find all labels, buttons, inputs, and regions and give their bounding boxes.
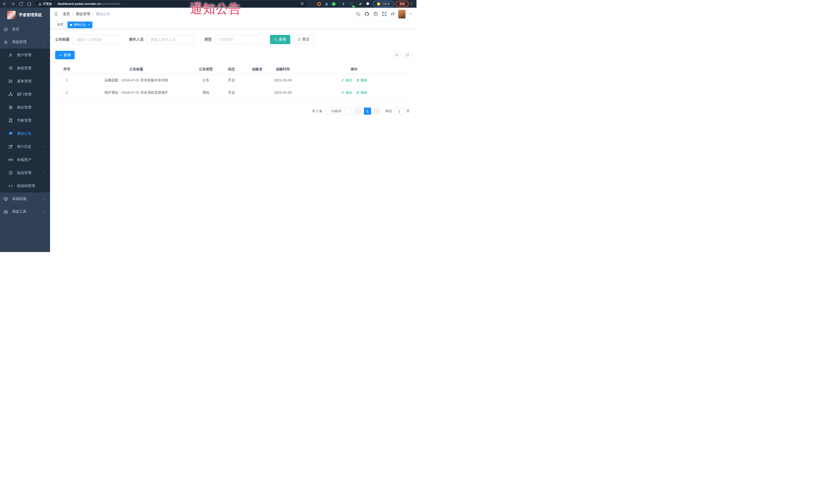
github-icon[interactable] [364, 11, 369, 17]
security-warning-label: 不安全 [43, 2, 52, 6]
extension-blue-drop-icon[interactable] [324, 1, 329, 7]
sidebar-item-label: 通知公告 [17, 131, 31, 136]
sidebar: 芋道管理系统 首页 系统管理 用户管理 [0, 8, 50, 252]
search-icon [274, 38, 278, 41]
sidebar-item-error-codes[interactable]: 错误码管理 [0, 179, 50, 192]
breadcrumb-system[interactable]: 系统管理 [76, 12, 90, 17]
tag-close-icon[interactable]: × [88, 23, 90, 26]
sidebar-item-posts[interactable]: 岗位管理 [0, 101, 50, 114]
sidebar-item-label: 部门管理 [17, 92, 31, 97]
add-button[interactable]: 新增 [55, 51, 75, 59]
search-form: 公告标题 操作人员 类型 公告类型 搜索 [55, 35, 411, 44]
hamburger-icon[interactable] [54, 12, 59, 16]
chevron-right-icon [376, 110, 379, 113]
sidebar-item-roles[interactable]: 角色管理 [0, 62, 50, 75]
fullscreen-icon[interactable] [382, 11, 387, 17]
refresh-table-button[interactable] [403, 51, 411, 59]
edit-button[interactable]: 修改 [341, 90, 352, 95]
sidebar-item-online-users[interactable]: 在线用户 [0, 153, 50, 166]
prev-page-button[interactable] [354, 107, 361, 115]
cell-no: 1 [55, 78, 78, 82]
app-logo-row[interactable]: 芋道管理系统 [0, 8, 50, 22]
notice-table: 序号 公告标题 公告类型 状态 创建者 创建时间 操作 1 温馨提醒：2018-… [55, 65, 411, 99]
pencil-icon [341, 78, 344, 82]
roles-icon [8, 66, 13, 70]
tag-notice[interactable]: 通知公告 × [68, 22, 92, 28]
caret-down-icon[interactable] [409, 13, 412, 16]
page-size-select[interactable]: 10条/页 [326, 107, 352, 115]
sidebar-item-system[interactable]: 系统管理 [0, 36, 50, 48]
column-header: 公告标题 [78, 67, 194, 72]
active-tag-dot [70, 24, 72, 26]
page-number-1[interactable]: 1 [364, 107, 371, 115]
security-warning[interactable]: 不安全 [38, 2, 52, 6]
search-button[interactable]: 搜索 [270, 35, 290, 44]
column-header: 操作 [297, 67, 411, 72]
cell-created: 2021-01-05 [269, 91, 297, 94]
home-icon[interactable] [27, 1, 32, 6]
forward-icon[interactable] [10, 1, 16, 6]
paused-badge[interactable]: 已暂停 [373, 1, 394, 7]
page-size-value: 10条/页 [331, 109, 342, 114]
delete-button[interactable]: 删除 [356, 78, 367, 82]
extensions-puzzle-icon[interactable] [365, 1, 371, 7]
main-area: 首页 / 系统管理 / 通知公告 ᴛT [50, 8, 416, 252]
notice-title-input[interactable] [73, 35, 120, 44]
reload-icon[interactable] [19, 1, 24, 6]
select-placeholder: 公告类型 [219, 37, 233, 42]
extension-orange-ring-icon[interactable] [316, 1, 322, 7]
app-logo-image [7, 11, 16, 19]
warning-triangle-icon [38, 2, 42, 6]
delete-button[interactable]: 删除 [356, 90, 367, 95]
avatar[interactable] [398, 10, 405, 19]
bookmark-star-icon[interactable] [300, 2, 304, 6]
code-icon [8, 184, 13, 188]
chevron-down-icon [42, 145, 45, 148]
header-search-icon[interactable] [356, 11, 361, 17]
sidebar-item-dictionary[interactable]: 字典管理 [0, 114, 50, 127]
help-icon[interactable] [373, 11, 378, 17]
tags-bar: 首页 通知公告 × [50, 21, 416, 29]
annotation-overlay: 通知公告 [190, 1, 241, 18]
refresh-icon [406, 53, 409, 57]
back-icon[interactable] [2, 1, 7, 6]
breadcrumb: 首页 / 系统管理 / 通知公告 [63, 12, 110, 17]
toggle-search-button[interactable] [393, 51, 401, 59]
browser-menu-icon[interactable] [411, 2, 412, 6]
extension-gem-icon[interactable] [340, 1, 346, 7]
reset-button[interactable]: 重置 [293, 35, 314, 44]
sidebar-item-label: 字典管理 [17, 118, 31, 123]
sidebar-item-departments[interactable]: 部门管理 [0, 88, 50, 101]
notice-type-select[interactable]: 公告类型 [215, 35, 263, 44]
tag-home[interactable]: 首页 [55, 22, 66, 28]
chevron-down-icon [42, 198, 45, 200]
breadcrumb-home[interactable]: 首页 [63, 12, 70, 17]
font-size-icon[interactable]: ᴛT [390, 12, 395, 16]
extension-green-circle-icon[interactable] [331, 1, 336, 7]
sidebar-item-infrastructure[interactable]: 基础设施 [0, 192, 50, 205]
plus-icon [59, 54, 62, 57]
sidebar-item-label: 审计日志 [17, 144, 31, 149]
operator-input[interactable] [147, 35, 194, 44]
sidebar-item-menus[interactable]: 菜单管理 [0, 75, 50, 88]
add-button-label: 新增 [64, 53, 71, 57]
page-content: 公告标题 操作人员 类型 公告类型 搜索 [50, 29, 416, 115]
update-button[interactable]: 更新 [396, 1, 409, 7]
edit-button[interactable]: 修改 [341, 78, 352, 82]
audit-log-icon [8, 144, 13, 149]
next-page-button[interactable] [374, 107, 381, 115]
address-bar[interactable]: 不安全 dashboard.yudao.iocoder.cn /system/n… [35, 1, 307, 7]
goto-page-input[interactable] [394, 107, 404, 115]
emoji-face-icon [377, 2, 380, 6]
sidebar-item-dev-tools[interactable]: 研发工具 [0, 205, 50, 218]
sidebar-item-home[interactable]: 首页 [0, 23, 50, 36]
sidebar-item-sms[interactable]: 短信管理 [0, 166, 50, 179]
extension-leaf-icon[interactable] [357, 1, 363, 7]
sidebar-item-users[interactable]: 用户管理 [0, 48, 50, 62]
sidebar-item-audit-log[interactable]: 审计日志 [0, 140, 50, 153]
delete-button-label: 删除 [361, 90, 367, 95]
chevron-down-icon [42, 211, 45, 213]
trash-icon [356, 78, 359, 82]
extension-onoff-icon[interactable]: on [349, 1, 354, 7]
sidebar-item-notice[interactable]: 通知公告 [0, 127, 50, 140]
